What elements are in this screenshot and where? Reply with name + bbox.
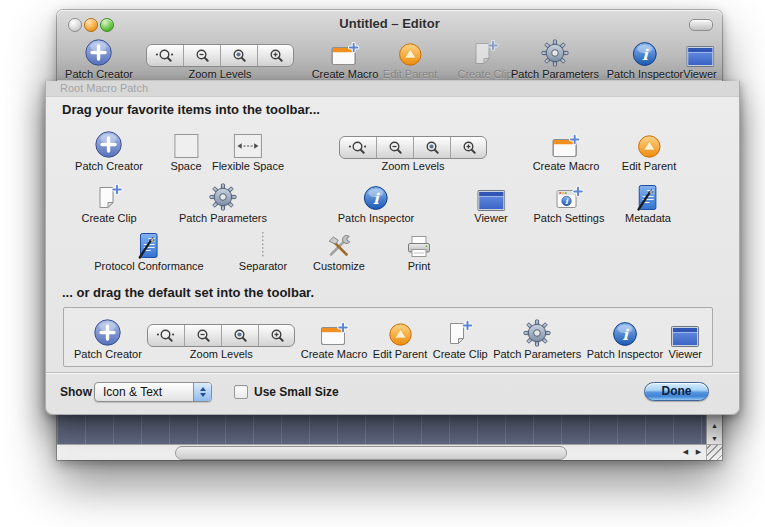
item-label: Patch Creator <box>65 68 133 80</box>
item-label: Metadata <box>625 212 671 224</box>
default-set-item-create-clip[interactable]: Create Clip <box>433 315 488 360</box>
create-macro-icon <box>320 315 349 347</box>
use-small-size-checkbox[interactable] <box>234 385 248 399</box>
palette-item-flexible-space[interactable]: Flexible Space <box>212 125 284 172</box>
toolbar-item-create-clip[interactable]: Create Clip <box>457 40 512 80</box>
palette-item-patch-inspector[interactable]: i Patch Inspector <box>338 177 414 224</box>
item-label: Customize <box>313 260 365 272</box>
done-button[interactable]: Done <box>644 382 709 401</box>
main-toolbar: Patch Creator Zoom Levels Create Macro E… <box>57 38 722 80</box>
palette-item-zoom-levels[interactable]: Zoom Levels <box>339 125 487 172</box>
item-label: Viewer <box>474 212 507 224</box>
default-toolbar-set[interactable]: Patch Creator Zoom Levels Create Macro E… <box>63 307 713 367</box>
show-mode-popup[interactable]: Icon & Text <box>94 382 212 402</box>
palette-item-print[interactable]: Print <box>406 225 432 272</box>
item-label: Zoom Levels <box>189 68 252 80</box>
window-title: Untitled – Editor <box>57 10 722 38</box>
item-label: Patch Inspector <box>587 348 663 360</box>
palette-item-edit-parent[interactable]: Edit Parent <box>622 125 676 172</box>
item-label: Patch Parameters <box>511 68 599 80</box>
edit-parent-icon <box>636 125 661 159</box>
item-label: Create Macro <box>301 348 368 360</box>
toolbar-item-patch-creator[interactable]: Patch Creator <box>65 40 133 80</box>
create-macro-icon <box>551 125 580 159</box>
title-bar[interactable]: Untitled – Editor <box>57 10 722 38</box>
toolbar-item-zoom-levels[interactable]: Zoom Levels <box>146 40 294 80</box>
item-label: Zoom Levels <box>190 348 253 360</box>
item-label: Create Clip <box>433 348 488 360</box>
edit-parent-icon <box>388 315 413 347</box>
zoom-levels-icon <box>146 40 294 67</box>
popup-arrows-icon <box>193 383 211 401</box>
item-label: Print <box>408 260 431 272</box>
toolbar-item-viewer[interactable]: Viewer <box>683 40 716 80</box>
separator-icon <box>260 225 266 259</box>
space-icon <box>173 125 199 159</box>
default-set-item-edit-parent[interactable]: Edit Parent <box>373 315 427 360</box>
scroll-left-arrow-icon[interactable] <box>679 445 692 460</box>
create-macro-icon <box>330 40 359 67</box>
toolbar-item-create-macro[interactable]: Create Macro <box>312 40 379 80</box>
item-label: Edit Parent <box>373 348 427 360</box>
palette-item-protocol-conformance[interactable]: Protocol Conformance <box>94 225 203 272</box>
palette-item-create-macro[interactable]: Create Macro <box>533 125 600 172</box>
item-label: Viewer <box>683 68 716 80</box>
item-label: Create Clip <box>457 68 512 80</box>
patch-inspector-icon: i <box>612 315 638 347</box>
default-set-item-patch-inspector[interactable]: i Patch Inspector <box>587 315 663 360</box>
sheet-footer: Show Icon & Text Use Small Size Done <box>46 372 739 414</box>
palette-item-space[interactable]: Space <box>170 125 201 172</box>
palette-item-patch-settings[interactable]: iPatch Settings <box>534 177 605 224</box>
item-label: Flexible Space <box>212 160 284 172</box>
flexible-space-icon <box>233 125 263 159</box>
item-label: Create Clip <box>81 212 136 224</box>
horizontal-scrollbar[interactable] <box>57 444 707 460</box>
palette-item-customize[interactable]: Customize <box>313 225 365 272</box>
item-label: Create Macro <box>312 68 379 80</box>
palette-item-patch-creator[interactable]: Patch Creator <box>75 125 143 172</box>
protocol-conformance-icon <box>136 225 162 259</box>
item-label: Patch Parameters <box>493 348 581 360</box>
patch-parameters-icon <box>523 315 551 347</box>
customize-toolbar-sheet: Root Macro Patch Drag your favorite item… <box>45 81 740 415</box>
show-mode-value: Icon & Text <box>103 385 162 399</box>
default-set-item-patch-parameters[interactable]: Patch Parameters <box>493 315 581 360</box>
item-label: Patch Parameters <box>179 212 267 224</box>
item-label: Patch Settings <box>534 212 605 224</box>
patch-parameters-icon <box>541 40 569 67</box>
metadata-icon <box>635 177 661 211</box>
palette-item-patch-parameters[interactable]: Patch Parameters <box>179 177 267 224</box>
toolbar-item-patch-parameters[interactable]: Patch Parameters <box>511 40 599 80</box>
edit-parent-icon <box>397 40 422 67</box>
show-label: Show <box>60 385 92 399</box>
palette-item-separator[interactable]: Separator <box>239 225 287 272</box>
toolbar-toggle-capsule[interactable] <box>689 19 713 31</box>
palette-item-create-clip[interactable]: Create Clip <box>81 177 136 224</box>
item-label: Patch Inspector <box>338 212 414 224</box>
resize-grip[interactable] <box>706 444 722 460</box>
item-label: Protocol Conformance <box>94 260 203 272</box>
horizontal-scroll-thumb[interactable] <box>175 446 567 460</box>
default-set-item-viewer[interactable]: Viewer <box>669 315 702 360</box>
scroll-right-arrow-icon[interactable] <box>692 445 705 460</box>
item-label: Edit Parent <box>383 68 437 80</box>
default-set-item-create-macro[interactable]: Create Macro <box>301 315 368 360</box>
item-label: Edit Parent <box>622 160 676 172</box>
patch-inspector-icon: i <box>363 177 389 211</box>
item-label: Space <box>170 160 201 172</box>
item-label: Patch Inspector <box>607 68 683 80</box>
viewer-icon <box>477 177 505 211</box>
toolbar-item-edit-parent[interactable]: Edit Parent <box>383 40 437 80</box>
scroll-up-arrow-icon[interactable] <box>707 419 722 432</box>
item-label: Create Macro <box>533 160 600 172</box>
default-set-item-zoom-levels[interactable]: Zoom Levels <box>147 315 295 360</box>
palette-item-metadata[interactable]: Metadata <box>625 177 671 224</box>
toolbar-item-patch-inspector[interactable]: i Patch Inspector <box>607 40 683 80</box>
default-set-item-patch-creator[interactable]: Patch Creator <box>74 315 142 360</box>
patch-parameters-icon <box>209 177 237 211</box>
item-label: Viewer <box>669 348 702 360</box>
patch-creator-icon <box>85 40 114 67</box>
customize-icon <box>325 225 353 259</box>
item-label: Separator <box>239 260 287 272</box>
palette-item-viewer[interactable]: Viewer <box>474 177 507 224</box>
